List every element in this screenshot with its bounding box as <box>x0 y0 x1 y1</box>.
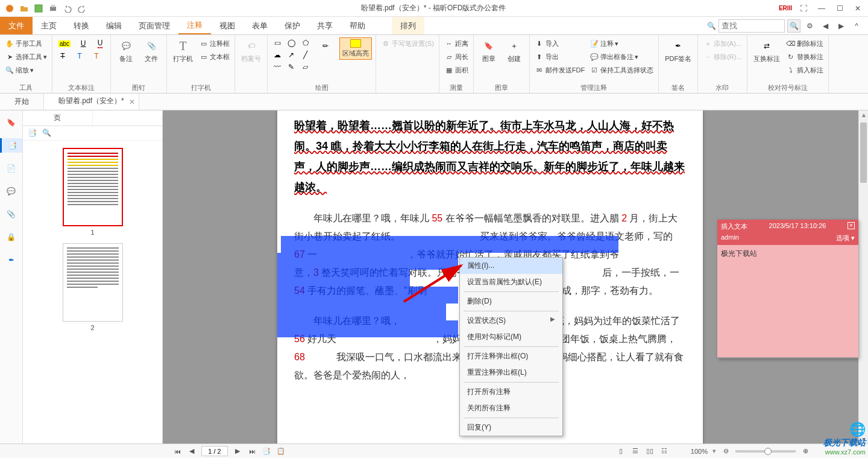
highlight-text-icon[interactable]: abc <box>56 37 73 49</box>
menu-protect[interactable]: 保护 <box>276 17 309 34</box>
arrow-icon[interactable]: ↗ <box>285 49 297 60</box>
ctx-reply[interactable]: 回复(Y) <box>460 419 562 436</box>
polygon-icon[interactable]: ⬠ <box>300 37 312 48</box>
repl-markup[interactable]: ↻替换标注 <box>785 51 825 63</box>
textbox-button[interactable]: ▭文本框 <box>198 51 231 63</box>
pdf-sign-button[interactable]: ✒PDF签名 <box>662 37 694 65</box>
print-icon[interactable] <box>47 2 59 14</box>
folder-search-icon[interactable]: 🔍 <box>707 22 716 30</box>
popup-body[interactable]: 极光下载站 <box>717 245 858 357</box>
thumb-page-2[interactable]: 2 <box>63 243 123 331</box>
view-facing-icon[interactable]: ▯▯ <box>645 447 655 456</box>
mail-fdf-button[interactable]: ✉邮件发送FDF <box>533 64 586 76</box>
tab-close-icon[interactable]: ✕ <box>129 98 135 106</box>
ctx-reset-popup[interactable]: 重置注释弹出框(L) <box>460 364 562 381</box>
select-tool[interactable]: ➤选择工具 ▾ <box>4 51 48 63</box>
redo-icon[interactable] <box>76 2 88 14</box>
annot-list-icon[interactable]: 💬 <box>4 184 19 199</box>
nav-next-icon[interactable]: ▶ <box>834 21 848 31</box>
security-icon[interactable]: 🔒 <box>4 230 19 244</box>
popup-note-button[interactable]: 💬弹出框备注 ▾ <box>588 51 655 63</box>
hand-tool[interactable]: ✋手形工具 <box>4 37 48 49</box>
menu-pageman[interactable]: 页面管理 <box>130 17 178 34</box>
cloud-icon[interactable]: ☁ <box>271 49 283 60</box>
thumb-tool2-icon[interactable]: 🔍 <box>42 129 53 139</box>
menu-convert[interactable]: 转换 <box>65 17 98 34</box>
view-cont-icon[interactable]: ☰ <box>631 447 640 456</box>
thumb-page-1[interactable]: 1 <box>63 148 123 236</box>
ctx-set-state[interactable]: 设置状态(S) <box>460 313 562 329</box>
zoom-slider[interactable] <box>735 450 796 453</box>
menu-view[interactable]: 视图 <box>211 17 244 34</box>
app-icon[interactable] <box>4 2 16 14</box>
typewriter-button[interactable]: T打字机 <box>171 37 195 65</box>
menu-share[interactable]: 共享 <box>309 17 341 34</box>
distance-button[interactable]: ↔距离 <box>443 37 470 49</box>
close-icon[interactable]: ✕ <box>851 3 864 14</box>
create-stamp-button[interactable]: ＋创建 <box>503 37 526 65</box>
replace-text-icon[interactable]: T <box>90 51 103 62</box>
strike-icon[interactable]: T <box>56 51 69 62</box>
vertical-scrollbar[interactable]: ▴ ▾ <box>858 110 868 444</box>
ctx-set-default[interactable]: 设置当前属性为默认(E) <box>460 274 562 290</box>
prev-page-icon[interactable]: ◀ <box>187 447 197 456</box>
first-page-icon[interactable]: ⏮ <box>172 447 182 456</box>
zoom-out-icon[interactable]: ⊖ <box>721 447 731 456</box>
last-page-icon[interactable]: ⏭ <box>247 447 257 456</box>
pencil-icon[interactable]: ✎ <box>285 62 297 72</box>
area-button[interactable]: ▦面积 <box>443 64 470 76</box>
nav-prev-icon[interactable]: ◀ <box>819 21 832 31</box>
tab-start[interactable]: 开始 <box>0 94 44 110</box>
view-single-icon[interactable]: ▯ <box>616 447 626 456</box>
ctx-properties[interactable]: 属性(I)... <box>460 258 562 274</box>
zoom-handle[interactable] <box>764 448 772 455</box>
menu-home[interactable]: 主页 <box>33 17 65 34</box>
highlight-selection[interactable] <box>277 270 410 287</box>
search-input[interactable] <box>719 19 785 33</box>
menu-annotation[interactable]: 注释 <box>178 17 211 34</box>
popup-close-icon[interactable]: × <box>848 222 855 229</box>
oval-icon[interactable]: ◯ <box>285 37 298 48</box>
highlight-selection[interactable] <box>277 253 458 270</box>
note-button[interactable]: 💬备注 <box>115 37 137 65</box>
view-contfacing-icon[interactable]: ☷ <box>659 447 669 456</box>
eraser-icon[interactable]: ▱ <box>299 62 311 72</box>
tab-document[interactable]: 盼望着.pdf（安全）*✕ <box>44 94 139 110</box>
sign-panel-icon[interactable]: ✒ <box>4 253 19 267</box>
gear-icon[interactable]: ⚙ <box>803 21 816 31</box>
menu-help[interactable]: 帮助 <box>341 17 374 34</box>
pencil2-button[interactable]: ✏ <box>314 37 337 54</box>
collapse-ribbon-icon[interactable]: ^ <box>850 21 863 31</box>
thumb-tool1-icon[interactable]: 📑 <box>28 129 39 139</box>
thumb-tab-pages[interactable]: 页 <box>23 110 93 126</box>
underline-icon[interactable]: U <box>77 37 90 49</box>
highlight-selection[interactable] <box>281 236 618 253</box>
minimize-icon[interactable]: — <box>815 3 828 14</box>
export-button[interactable]: ⬆导出 <box>533 51 586 63</box>
callout-button[interactable]: ▭注释框 <box>198 37 231 49</box>
import-button[interactable]: ⬇导入 <box>533 37 586 49</box>
ins-markup[interactable]: ⤵插入标注 <box>785 64 825 76</box>
menu-file[interactable]: 文件 <box>0 17 33 34</box>
fullscreen-icon[interactable]: ⛶ <box>797 3 810 14</box>
highlight-selection[interactable] <box>277 320 458 337</box>
ctx-close-all[interactable]: 关闭所有注释 <box>460 400 562 416</box>
perimeter-button[interactable]: ▱周长 <box>443 51 470 63</box>
page-input[interactable] <box>201 446 228 456</box>
popup-note[interactable]: 插入文本 2023/5/17 13:10:26 × admin 选项 ▾ 极光下… <box>717 220 858 358</box>
ctx-open-popup[interactable]: 打开注释弹出框(O) <box>460 348 562 364</box>
area-highlight-button[interactable]: 区域高亮 <box>339 37 372 60</box>
file-attach-button[interactable]: 📎文件 <box>140 37 163 65</box>
annot-review-button[interactable]: 📝注释 ▾ <box>588 37 655 49</box>
keep-tool-button[interactable]: ☑保持工具选择状态 <box>588 64 655 76</box>
scroll-thumb[interactable] <box>860 122 867 183</box>
ctx-delete[interactable]: 删除(D) <box>460 293 562 310</box>
zoom-in-icon[interactable]: ⊕ <box>800 447 810 456</box>
menu-form[interactable]: 表单 <box>244 17 276 34</box>
sb-tool2-icon[interactable]: 📋 <box>276 447 286 456</box>
zoom-tool[interactable]: 🔍缩放 ▾ <box>4 64 48 76</box>
ctx-open-all[interactable]: 打开所有注释 <box>460 384 562 400</box>
polyline-icon[interactable]: 〰 <box>271 62 283 72</box>
line-icon[interactable]: ╱ <box>299 49 311 60</box>
layers-icon[interactable]: 📑 <box>0 138 22 153</box>
